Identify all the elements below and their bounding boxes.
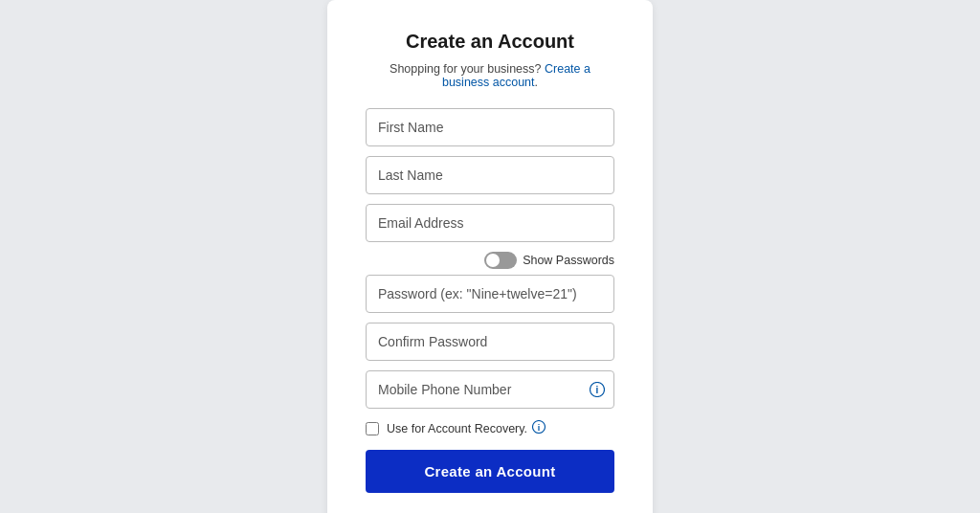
- last-name-group: [366, 156, 614, 194]
- business-text: Shopping for your business? Create a bus…: [366, 62, 614, 89]
- create-account-button[interactable]: Create an Account: [366, 450, 614, 493]
- toggle-slider: [484, 252, 517, 269]
- account-recovery-checkbox[interactable]: [366, 422, 379, 435]
- last-name-input[interactable]: [366, 156, 614, 194]
- first-name-input[interactable]: [366, 108, 614, 146]
- show-passwords-label: Show Passwords: [523, 254, 614, 267]
- account-recovery-label[interactable]: Use for Account Recovery. i: [387, 420, 546, 436]
- create-account-card: Create an Account Shopping for your busi…: [327, 0, 653, 513]
- mobile-phone-group: i: [366, 370, 614, 409]
- confirm-password-input[interactable]: [366, 323, 614, 361]
- account-recovery-row: Use for Account Recovery. i: [366, 420, 614, 436]
- registration-form: Show Passwords i Use for Account Recover…: [366, 108, 614, 493]
- password-group: [366, 275, 614, 313]
- confirm-password-group: [366, 323, 614, 361]
- first-name-group: [366, 108, 614, 146]
- mobile-phone-info-icon[interactable]: i: [590, 382, 605, 397]
- page-title: Create an Account: [366, 31, 614, 53]
- email-group: [366, 204, 614, 242]
- mobile-phone-input[interactable]: [366, 370, 614, 409]
- svg-text:i: i: [538, 423, 541, 433]
- show-passwords-row: Show Passwords: [366, 252, 614, 269]
- password-input[interactable]: [366, 275, 614, 313]
- svg-text:i: i: [596, 385, 599, 395]
- show-passwords-toggle[interactable]: [484, 252, 517, 269]
- account-recovery-info-icon[interactable]: i: [532, 420, 546, 436]
- email-input[interactable]: [366, 204, 614, 242]
